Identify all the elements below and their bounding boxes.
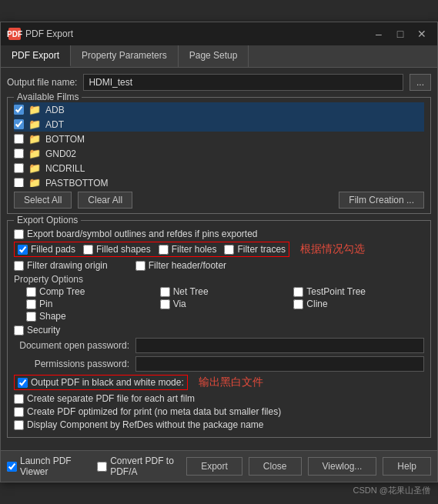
security-section: Security Document open password: Permiss… bbox=[14, 325, 424, 372]
export-options-group: Export Options Export board/symbol outli… bbox=[7, 220, 431, 438]
output-filename-input[interactable] bbox=[83, 74, 403, 91]
film-checkbox-ncdrill[interactable] bbox=[14, 163, 24, 173]
tab-pdf-export[interactable]: PDF Export bbox=[1, 45, 71, 67]
export-board-label[interactable]: Export board/symbol outlines and refdes … bbox=[14, 229, 258, 239]
available-films-title: Available Films bbox=[14, 92, 82, 102]
minimize-button[interactable]: – bbox=[371, 28, 386, 40]
folder-icon-adb: 📁 bbox=[28, 104, 41, 115]
via-label[interactable]: Via bbox=[160, 299, 291, 309]
bw-outlined: Output PDF in black and white mode: bbox=[14, 375, 188, 390]
pdf-export-window: PDF PDF Export – □ ✕ PDF Export Property… bbox=[0, 22, 438, 482]
tab-property-parameters[interactable]: Property Parameters bbox=[71, 45, 179, 67]
film-checkbox-pastbottom[interactable] bbox=[14, 178, 24, 187]
filled-pads-checkbox[interactable] bbox=[18, 245, 28, 255]
perm-password-input[interactable] bbox=[135, 356, 424, 372]
launch-pdf-checkbox[interactable] bbox=[7, 462, 17, 472]
output-label: Output file name: bbox=[7, 77, 77, 88]
folder-icon-adt: 📁 bbox=[28, 118, 41, 130]
export-board-row: Export board/symbol outlines and refdes … bbox=[14, 229, 424, 239]
via-checkbox[interactable] bbox=[160, 299, 170, 309]
display-component-label[interactable]: Display Component by RefDes without the … bbox=[14, 419, 264, 430]
filter-holes-label[interactable]: Filter holes bbox=[159, 244, 217, 255]
filter-header-checkbox[interactable] bbox=[135, 261, 145, 271]
maximize-button[interactable]: □ bbox=[393, 28, 408, 40]
convert-pdf-checkbox[interactable] bbox=[97, 462, 107, 472]
app-icon: PDF bbox=[8, 28, 21, 40]
perm-password-row: Permissions password: bbox=[14, 356, 424, 372]
help-button[interactable]: Help bbox=[383, 457, 431, 476]
watermark: CSDN @花果山圣僧 bbox=[353, 485, 430, 496]
doc-password-input[interactable] bbox=[135, 338, 424, 353]
filter-drawing-checkbox[interactable] bbox=[14, 261, 24, 271]
filled-pads-label[interactable]: Filled pads bbox=[18, 244, 75, 255]
security-label[interactable]: Security bbox=[14, 325, 60, 335]
tab-page-setup[interactable]: Page Setup bbox=[179, 45, 249, 67]
cline-checkbox[interactable] bbox=[293, 299, 303, 309]
testpoint-tree-label[interactable]: TestPoint Tree bbox=[293, 286, 424, 297]
filled-shapes-label[interactable]: Filled shapes bbox=[83, 244, 151, 255]
filter-traces-label[interactable]: Filter traces bbox=[224, 244, 286, 255]
folder-icon-ncdrill: 📁 bbox=[28, 162, 41, 174]
film-item-pastbottom: 📁 PASTBOTTOM bbox=[14, 175, 424, 187]
launch-pdf-label[interactable]: Launch PDF Viewer bbox=[7, 456, 75, 477]
film-checkbox-adb[interactable] bbox=[14, 105, 24, 115]
close-button-bottom[interactable]: Close bbox=[249, 457, 302, 476]
select-all-button[interactable]: Select All bbox=[14, 192, 72, 209]
filter-drawing-label[interactable]: Filter drawing origin bbox=[14, 260, 108, 271]
export-board-checkbox[interactable] bbox=[14, 229, 24, 239]
bw-annotation: 输出黑白文件 bbox=[199, 375, 263, 389]
films-buttons: Select All Clear All Film Creation ... bbox=[14, 192, 424, 209]
folder-icon-bottom: 📁 bbox=[28, 133, 41, 145]
comp-tree-checkbox[interactable] bbox=[26, 287, 36, 297]
security-checkbox[interactable] bbox=[14, 325, 24, 335]
testpoint-tree-checkbox[interactable] bbox=[293, 287, 303, 297]
shape-checkbox[interactable] bbox=[26, 312, 36, 322]
film-name-gnd02: GND02 bbox=[45, 149, 76, 159]
optimized-pdf-checkbox[interactable] bbox=[14, 407, 24, 417]
viewlog-button[interactable]: Viewlog... bbox=[308, 457, 377, 476]
tab-bar: PDF Export Property Parameters Page Setu… bbox=[1, 45, 437, 68]
folder-icon-pastbottom: 📁 bbox=[28, 177, 41, 187]
property-options: Comp Tree Net Tree TestPoint Tree P bbox=[26, 286, 424, 322]
shape-label[interactable]: Shape bbox=[26, 311, 157, 322]
filter-header-label[interactable]: Filter header/footer bbox=[135, 260, 226, 271]
browse-button[interactable]: ... bbox=[410, 74, 431, 91]
optimized-pdf-label[interactable]: Create PDF optimized for print (no meta … bbox=[14, 406, 281, 417]
film-item-ncdrill: 📁 NCDRILL bbox=[14, 161, 424, 175]
title-bar: PDF PDF Export – □ ✕ bbox=[1, 22, 437, 45]
clear-all-button[interactable]: Clear All bbox=[78, 192, 132, 209]
security-row: Security bbox=[14, 325, 424, 335]
convert-pdf-label[interactable]: Convert PDF to PDF/A bbox=[97, 456, 174, 477]
film-checkbox-adt[interactable] bbox=[14, 119, 24, 129]
export-button[interactable]: Export bbox=[186, 457, 242, 476]
film-item-adb: 📁 ADB bbox=[14, 102, 424, 117]
perm-password-label: Permissions password: bbox=[14, 359, 129, 369]
net-tree-label[interactable]: Net Tree bbox=[160, 286, 291, 297]
film-checkbox-gnd02[interactable] bbox=[14, 149, 24, 159]
close-button[interactable]: ✕ bbox=[414, 28, 430, 40]
main-content: Output file name: ... Available Films 📁 … bbox=[1, 68, 437, 450]
comp-tree-label[interactable]: Comp Tree bbox=[26, 286, 157, 297]
filled-shapes-checkbox[interactable] bbox=[83, 245, 93, 255]
film-checkbox-bottom[interactable] bbox=[14, 134, 24, 144]
bottom-bar: Launch PDF Viewer Convert PDF to PDF/A E… bbox=[1, 450, 437, 482]
filter-holes-checkbox[interactable] bbox=[159, 245, 169, 255]
window-title: PDF Export bbox=[25, 28, 73, 39]
cline-label[interactable]: Cline bbox=[293, 299, 424, 309]
output-bw-checkbox[interactable] bbox=[18, 378, 28, 388]
doc-password-label: Document open password: bbox=[14, 340, 129, 351]
display-component-checkbox[interactable] bbox=[14, 420, 24, 430]
films-list: 📁 ADB 📁 ADT 📁 BOTTOM 📁 GND02 bbox=[14, 102, 424, 187]
separate-pdf-row: Create separate PDF file for each art fi… bbox=[14, 393, 424, 404]
net-tree-checkbox[interactable] bbox=[160, 287, 170, 297]
separate-pdf-label[interactable]: Create separate PDF file for each art fi… bbox=[14, 393, 195, 404]
pin-label[interactable]: Pin bbox=[26, 299, 157, 309]
filter-traces-checkbox[interactable] bbox=[224, 245, 234, 255]
film-creation-button[interactable]: Film Creation ... bbox=[339, 192, 424, 209]
pin-checkbox[interactable] bbox=[26, 299, 36, 309]
film-name-pastbottom: PASTBOTTOM bbox=[45, 178, 109, 188]
display-component-row: Display Component by RefDes without the … bbox=[14, 419, 424, 430]
export-options-title: Export Options bbox=[14, 215, 81, 225]
title-bar-controls: – □ ✕ bbox=[371, 28, 430, 40]
separate-pdf-checkbox[interactable] bbox=[14, 394, 24, 404]
